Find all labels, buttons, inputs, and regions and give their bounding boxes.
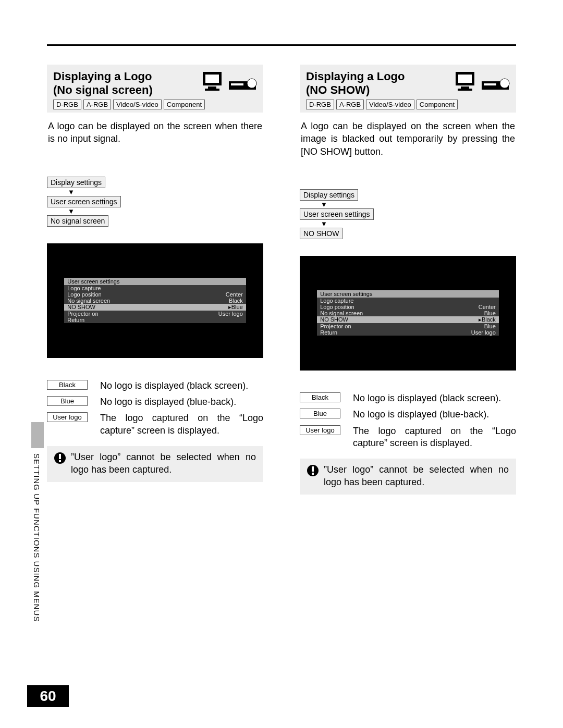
arrow-down-icon: ▼ <box>68 189 263 195</box>
option-desc: The logo captured on the “Logo capture” … <box>100 412 263 437</box>
svg-rect-2 <box>208 87 216 89</box>
header-icons-left <box>201 71 259 92</box>
option-label: User logo <box>47 412 88 422</box>
column-right: Displaying a Logo (NO SHOW) D-RGB A-RGB … <box>300 65 516 495</box>
path-step: Display settings <box>300 189 358 201</box>
option-row: Black No logo is displayed (black screen… <box>300 392 516 404</box>
intro-left: A logo can be displayed on the screen wh… <box>48 120 262 145</box>
option-desc: The logo captured on the “Logo capture” … <box>353 425 516 450</box>
svg-rect-8 <box>458 75 472 83</box>
path-step: No signal screen <box>47 215 108 227</box>
arrow-down-icon: ▼ <box>68 208 263 215</box>
osd-preview-right: User screen settings Logo capture Logo p… <box>300 256 516 371</box>
section-header-right: Displaying a Logo (NO SHOW) D-RGB A-RGB … <box>300 65 516 113</box>
note-right: ”User logo” cannot be selected when no l… <box>300 459 516 495</box>
option-label: Black <box>300 392 340 402</box>
osd-row: No signal screenBlue <box>317 310 499 316</box>
option-row: Blue No logo is displayed (blue-back). <box>47 396 263 408</box>
svg-rect-3 <box>205 89 219 91</box>
page-number: 60 <box>27 685 69 707</box>
column-left: Displaying a Logo (No signal screen) D-R… <box>47 65 263 495</box>
options-right: Black No logo is displayed (black screen… <box>300 392 516 450</box>
osd-row: ReturnUser logo <box>317 329 499 336</box>
osd-row: Logo capture <box>317 298 499 304</box>
option-label: User logo <box>300 425 340 435</box>
input-tags-right: D-RGB A-RGB Video/S-video Component <box>306 100 510 109</box>
svg-rect-6 <box>231 83 243 85</box>
path-step: Display settings <box>47 177 105 188</box>
top-rule <box>47 44 516 46</box>
input-tag: D-RGB <box>306 100 334 109</box>
osd-row: No signal screenBlack <box>64 298 246 304</box>
option-desc: No logo is displayed (black screen). <box>353 392 516 404</box>
option-desc: No logo is displayed (blue-back). <box>353 409 516 421</box>
title-line1: Displaying a Logo <box>53 70 152 83</box>
arrow-down-icon: ▼ <box>321 220 516 227</box>
svg-rect-10 <box>458 89 472 91</box>
osd-row-selected: NO SHOW▸Blue <box>64 304 246 311</box>
input-tag: Video/S-video <box>113 100 162 109</box>
osd-row: Projector onUser logo <box>64 311 246 317</box>
warning-icon <box>54 452 66 464</box>
section-label: SETTING UP FUNCTIONS USING MENUS <box>32 453 41 622</box>
title-line2: (No signal screen) <box>53 83 153 96</box>
osd-row: Logo positionCenter <box>317 304 499 310</box>
side-tab <box>31 422 44 448</box>
header-icons-right <box>454 71 512 92</box>
options-left: Black No logo is displayed (black screen… <box>47 380 263 437</box>
svg-point-5 <box>247 79 256 88</box>
input-tags-left: D-RGB A-RGB Video/S-video Component <box>53 100 257 109</box>
input-tag: D-RGB <box>53 100 81 109</box>
osd-row-selected: NO SHOW▸Black <box>317 316 499 323</box>
input-tag: Component <box>164 100 205 109</box>
projector-icon <box>228 77 259 92</box>
svg-rect-1 <box>205 75 219 83</box>
title-line1: Displaying a Logo <box>306 70 405 83</box>
menu-path-left: Display settings ▼ User screen settings … <box>47 177 263 227</box>
input-tag: Component <box>417 100 458 109</box>
note-left: ”User logo” cannot be selected when no l… <box>47 446 263 482</box>
option-row: User logo The logo captured on the “Logo… <box>47 412 263 437</box>
osd-header: User screen settings <box>317 290 499 298</box>
option-label: Blue <box>47 396 88 406</box>
osd-row: Logo positionCenter <box>64 291 246 298</box>
osd-row: Return <box>64 317 246 323</box>
note-text: ”User logo” cannot be selected when no l… <box>324 464 509 488</box>
arrow-down-icon: ▼ <box>321 201 516 208</box>
option-row: Blue No logo is displayed (blue-back). <box>300 409 516 421</box>
input-tag: A-RGB <box>336 100 364 109</box>
input-tag: A-RGB <box>83 100 111 109</box>
osd-row: Logo capture <box>64 285 246 291</box>
title-line2: (NO SHOW) <box>306 83 370 96</box>
input-tag: Video/S-video <box>366 100 414 109</box>
section-header-left: Displaying a Logo (No signal screen) D-R… <box>47 65 263 113</box>
path-step: User screen settings <box>47 196 121 207</box>
monitor-icon <box>454 71 476 92</box>
intro-right: A logo can be displayed on the screen wh… <box>301 120 515 158</box>
osd-header: User screen settings <box>64 278 246 285</box>
path-step: User screen settings <box>300 208 374 220</box>
option-row: User logo The logo captured on the “Logo… <box>300 425 516 450</box>
option-label: Black <box>47 380 88 390</box>
osd-preview-left: User screen settings Logo capture Logo p… <box>47 243 263 358</box>
warning-icon <box>307 465 319 476</box>
option-row: Black No logo is displayed (black screen… <box>47 380 263 392</box>
svg-point-12 <box>500 79 509 88</box>
option-desc: No logo is displayed (black screen). <box>100 380 263 392</box>
menu-path-right: Display settings ▼ User screen settings … <box>300 189 516 239</box>
projector-icon <box>481 77 512 92</box>
svg-rect-13 <box>484 83 496 85</box>
option-label: Blue <box>300 409 340 418</box>
option-desc: No logo is displayed (blue-back). <box>100 396 263 408</box>
svg-rect-9 <box>461 87 469 89</box>
monitor-icon <box>201 71 224 92</box>
osd-row: Projector onBlue <box>317 323 499 329</box>
note-text: ”User logo” cannot be selected when no l… <box>71 451 256 476</box>
path-step: NO SHOW <box>300 228 342 239</box>
